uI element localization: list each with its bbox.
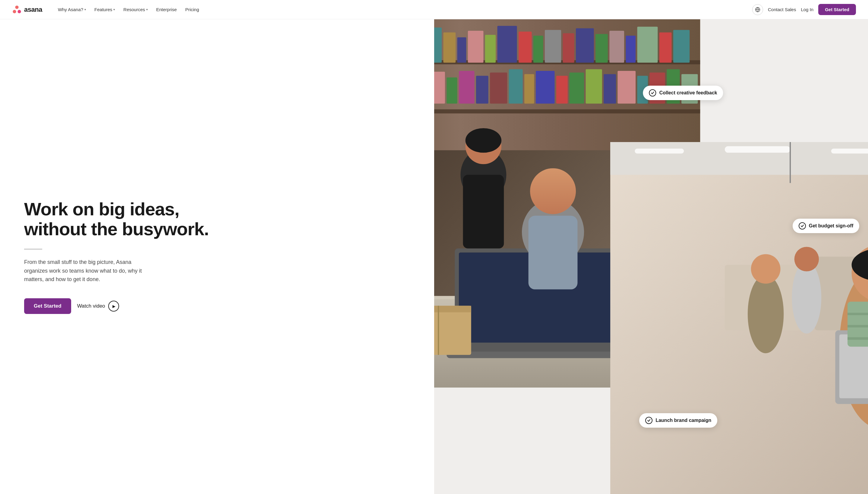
svg-rect-24 [576,28,594,63]
check-circle-icon [649,89,656,96]
hero-content: Work on big ideas, without the busywork.… [0,19,434,494]
hero-cta-group: Get Started Watch video ▶ [24,298,410,314]
hero-headline: Work on big ideas, without the busywork. [24,200,410,239]
chip-label-launch: Launch brand campaign [655,418,711,423]
svg-rect-72 [831,149,868,153]
svg-point-81 [794,247,818,271]
logo-link[interactable]: asana [12,5,42,15]
svg-rect-37 [459,71,475,104]
svg-rect-63 [528,216,577,289]
nav-resources[interactable]: Resources ▾ [120,4,151,15]
svg-rect-39 [490,72,507,103]
watch-video-label: Watch video [77,303,105,309]
svg-point-80 [792,262,821,334]
nav-links: Why Asana? ▾ Features ▾ Resources ▾ Ente… [54,4,752,15]
svg-point-0 [15,5,18,9]
svg-rect-20 [519,32,532,63]
hero-get-started-button[interactable]: Get Started [24,298,71,314]
svg-rect-26 [609,31,624,63]
checkmark-icon [647,419,651,422]
svg-point-67 [465,128,501,153]
task-chip-budget-sign-off: Get budget sign-off [793,218,860,233]
svg-rect-44 [569,72,584,103]
svg-rect-46 [603,74,616,104]
svg-rect-57 [446,352,626,358]
svg-rect-66 [463,175,504,248]
svg-rect-18 [485,35,495,63]
svg-rect-27 [625,36,636,63]
svg-rect-90 [848,302,868,346]
check-circle-icon [645,417,652,424]
svg-rect-23 [563,33,574,63]
svg-rect-43 [556,76,567,103]
svg-rect-70 [635,149,684,153]
svg-rect-45 [585,69,602,104]
svg-point-1 [13,10,16,13]
task-chip-launch-campaign: Launch brand campaign [639,413,717,428]
svg-rect-58 [434,306,471,355]
svg-rect-25 [595,34,608,63]
checkmark-icon [801,224,804,228]
chip-label-creative: Collect creative feedback [659,90,717,96]
chip-label-budget: Get budget sign-off [809,223,853,229]
hero-visual: Collect creative feedback Get budget sig… [434,19,868,494]
svg-rect-14 [434,27,442,63]
nav-features[interactable]: Features ▾ [91,4,118,15]
svg-rect-17 [468,31,483,63]
main-navigation: asana Why Asana? ▾ Features ▾ Resources … [0,0,868,19]
svg-rect-30 [673,30,690,63]
hero-subtext: From the small stuff to the big picture,… [24,258,151,284]
svg-rect-22 [544,30,561,63]
contact-sales-link[interactable]: Contact Sales [768,7,796,12]
svg-rect-9 [434,110,700,114]
nav-enterprise[interactable]: Enterprise [153,4,180,15]
nav-get-started-button[interactable]: Get Started [818,4,856,15]
svg-rect-28 [637,26,658,62]
logo-text: asana [24,6,42,14]
hero-section: Work on big ideas, without the busywork.… [0,19,868,494]
svg-rect-16 [457,37,466,63]
check-circle-icon [799,222,806,229]
svg-rect-15 [443,32,456,62]
svg-rect-41 [524,74,534,104]
nav-why-asana[interactable]: Why Asana? ▾ [54,4,90,15]
hero-divider [24,249,42,249]
chevron-down-icon: ▾ [113,8,115,11]
svg-point-62 [530,168,576,214]
asana-logo-icon [12,5,22,15]
log-in-link[interactable]: Log In [801,7,813,12]
nav-right-actions: Contact Sales Log In Get Started [752,4,856,15]
task-chip-creative-feedback: Collect creative feedback [643,86,723,100]
svg-rect-29 [659,32,671,62]
chevron-down-icon: ▾ [146,8,148,11]
svg-rect-40 [508,69,522,104]
language-selector[interactable] [752,4,763,15]
nav-pricing[interactable]: Pricing [181,4,202,15]
svg-rect-59 [434,306,471,312]
watch-video-button[interactable]: Watch video ▶ [77,301,119,311]
svg-point-78 [747,275,783,354]
svg-rect-38 [476,76,488,103]
svg-rect-21 [533,36,543,63]
checkmark-icon [651,91,655,95]
chevron-down-icon: ▾ [84,8,86,11]
svg-point-79 [751,254,780,284]
svg-rect-71 [725,146,790,153]
globe-icon [755,7,760,12]
svg-rect-42 [536,71,555,104]
play-icon: ▶ [108,301,119,311]
svg-point-2 [18,10,21,13]
svg-rect-36 [446,77,457,104]
svg-rect-35 [434,72,445,104]
svg-rect-19 [497,26,517,63]
svg-rect-47 [617,71,636,104]
